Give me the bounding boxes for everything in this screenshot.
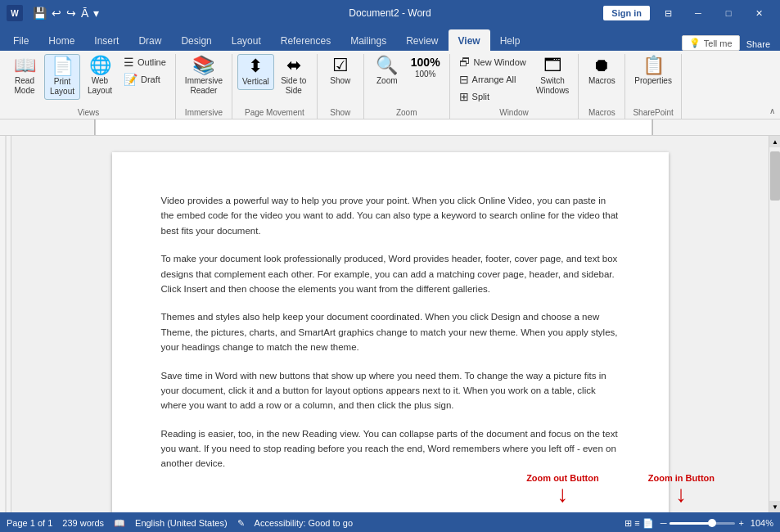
zoom-button[interactable]: 🔍 Zoom — [369, 54, 405, 88]
zoom-100-icon: 100% — [411, 56, 440, 68]
close-button[interactable]: ✕ — [744, 0, 773, 26]
undo-button[interactable]: ↩ — [52, 7, 61, 20]
tab-insert[interactable]: Insert — [84, 29, 128, 51]
status-bar: Page 1 of 1 239 words 📖 English (United … — [0, 512, 780, 532]
vertical-button[interactable]: ⬍ Vertical — [237, 54, 274, 90]
ribbon-content: 📖 ReadMode 📄 PrintLayout 🌐 WebLayout ☰ O… — [0, 51, 780, 119]
zoom-out-button[interactable]: ─ — [661, 518, 667, 528]
immersive-reader-button[interactable]: 📚 ImmersiveReader — [181, 54, 227, 98]
show-icon: ☑ — [332, 56, 349, 74]
collapse-ribbon-button[interactable]: ∧ — [769, 106, 775, 115]
tab-references[interactable]: References — [271, 29, 340, 51]
paragraph-2: To make your document look professionall… — [161, 251, 620, 296]
zoom-track[interactable] — [670, 522, 735, 525]
sign-in-button[interactable]: Sign in — [603, 6, 650, 20]
arrange-all-icon: ⊟ — [459, 73, 469, 86]
immersive-reader-icon: 📚 — [192, 56, 214, 74]
zoom-level[interactable]: 104% — [751, 518, 773, 528]
new-window-button[interactable]: 🗗 New Window — [455, 54, 530, 70]
macros-icon: ⏺ — [593, 56, 611, 74]
arrange-all-button[interactable]: ⊟ Arrange All — [455, 71, 530, 88]
minimize-button[interactable]: ─ — [683, 0, 713, 26]
tab-home[interactable]: Home — [38, 29, 84, 51]
status-right: ⊞ ≡ 📄 ─ + 104% — [624, 518, 773, 529]
title-bar-right: Sign in ⊟ ─ □ ✕ — [603, 0, 773, 26]
web-layout-button[interactable]: 🌐 WebLayout — [82, 54, 118, 98]
autoformat-button[interactable]: Ā — [81, 7, 88, 20]
word-icon: W — [7, 5, 23, 21]
paragraph-1: Video provides a powerful way to help yo… — [161, 193, 620, 238]
main-area: Video provides a powerful way to help yo… — [0, 136, 780, 512]
window-label: Window — [455, 105, 574, 119]
zoom-thumb[interactable] — [708, 519, 716, 527]
print-layout-button[interactable]: 📄 PrintLayout — [44, 54, 80, 100]
views-buttons: 📖 ReadMode 📄 PrintLayout 🌐 WebLayout ☰ O… — [7, 54, 170, 105]
tab-design[interactable]: Design — [171, 29, 221, 51]
outline-draft-group: ☰ Outline 📝 Draft — [119, 54, 170, 88]
ribbon: File Home Insert Draw Design Layout Refe… — [0, 26, 780, 119]
sharepoint-label: SharePoint — [630, 105, 676, 119]
zoom-in-button[interactable]: + — [738, 518, 743, 528]
outline-icon: ☰ — [124, 56, 134, 69]
zoom-group-label: Zoom — [369, 105, 444, 119]
zoom-fill — [670, 522, 712, 525]
tab-bar: File Home Insert Draw Design Layout Refe… — [0, 26, 780, 51]
tab-file[interactable]: File — [3, 29, 38, 51]
zoom-group: 🔍 Zoom 100% 100% Zoom — [364, 54, 450, 119]
scrollbar-track[interactable] — [769, 147, 780, 501]
view-mode-icons: ⊞ ≡ 📄 — [624, 518, 654, 529]
immersive-label: Immersive — [181, 105, 227, 119]
views-group: 📖 ReadMode 📄 PrintLayout 🌐 WebLayout ☰ O… — [2, 54, 176, 119]
tab-help[interactable]: Help — [490, 29, 530, 51]
ribbon-display-button[interactable]: ⊟ — [653, 0, 683, 26]
scroll-down-button[interactable]: ▼ — [769, 501, 780, 512]
properties-button[interactable]: 📋 Properties — [630, 54, 676, 88]
side-to-side-icon: ⬌ — [286, 56, 301, 74]
show-label: Show — [322, 105, 358, 119]
macros-button[interactable]: ⏺ Macros — [584, 54, 620, 88]
document-area[interactable]: Video provides a powerful way to help yo… — [11, 136, 769, 512]
window-controls: ⊟ ─ □ ✕ — [653, 0, 773, 26]
show-button[interactable]: ☑ Show — [322, 54, 358, 88]
paragraph-3: Themes and styles also help keep your do… — [161, 309, 620, 354]
zoom-100-button[interactable]: 100% 100% — [407, 54, 444, 82]
save-button[interactable]: 💾 — [33, 7, 47, 20]
tab-view[interactable]: View — [449, 29, 490, 51]
more-qa-button[interactable]: ▾ — [93, 7, 99, 20]
show-group: ☑ Show Show — [318, 54, 364, 119]
spell-check-icon: ✎ — [237, 518, 245, 529]
read-mode-button[interactable]: 📖 ReadMode — [7, 54, 43, 98]
scroll-up-button[interactable]: ▲ — [769, 136, 780, 147]
immersive-group: 📚 ImmersiveReader Immersive — [176, 54, 232, 119]
maximize-button[interactable]: □ — [714, 0, 743, 26]
tell-me-label: Tell me — [704, 38, 733, 48]
zoom-icon: 🔍 — [376, 56, 398, 74]
zoom-slider[interactable]: ─ + — [661, 518, 744, 528]
properties-icon: 📋 — [642, 56, 665, 74]
document-page: Video provides a powerful way to help yo… — [112, 152, 669, 512]
split-button[interactable]: ⊞ Split — [455, 88, 530, 105]
tell-me-input[interactable]: 💡 Tell me — [682, 35, 740, 51]
tab-draw[interactable]: Draw — [128, 29, 171, 51]
scrollbar-thumb[interactable] — [770, 151, 780, 201]
side-to-side-button[interactable]: ⬌ Side toSide — [276, 54, 312, 98]
share-button[interactable]: Share — [740, 38, 777, 51]
views-label: Views — [7, 105, 170, 119]
switch-windows-button[interactable]: 🗔 SwitchWindows — [532, 54, 574, 98]
tab-review[interactable]: Review — [396, 29, 448, 51]
word-count: 239 words — [62, 518, 104, 528]
status-left: Page 1 of 1 239 words 📖 English (United … — [7, 518, 353, 529]
read-mode-icon: 📖 — [14, 56, 36, 74]
print-layout-icon: 📄 — [52, 57, 74, 75]
split-icon: ⊞ — [459, 90, 469, 103]
tab-mailings[interactable]: Mailings — [340, 29, 396, 51]
outline-button[interactable]: ☰ Outline — [119, 54, 170, 70]
tab-layout[interactable]: Layout — [222, 29, 271, 51]
draft-button[interactable]: 📝 Draft — [119, 71, 170, 88]
read-mode-icon-status: 📖 — [114, 518, 125, 529]
redo-button[interactable]: ↪ — [66, 7, 76, 20]
page-movement-group: ⬍ Vertical ⬌ Side toSide Page Movement — [232, 54, 318, 119]
lightbulb-icon: 💡 — [689, 38, 701, 48]
switch-windows-icon: 🗔 — [543, 56, 561, 74]
vertical-scrollbar[interactable]: ▲ ▼ — [769, 136, 780, 512]
